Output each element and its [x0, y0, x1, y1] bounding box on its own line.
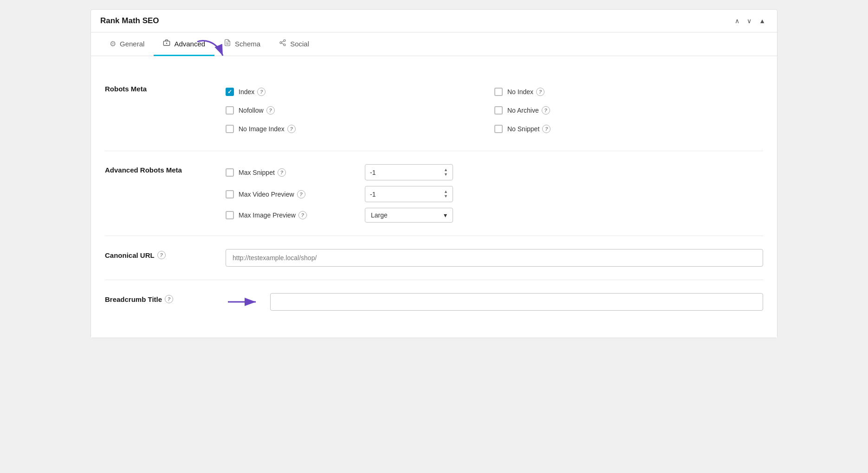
tab-bar: ⚙ General Advanced: [91, 32, 777, 56]
robots-grid: Index ? Nofollow ?: [226, 83, 763, 138]
tab-advanced-label: Advanced: [174, 40, 205, 48]
help-no-snippet-icon[interactable]: ?: [542, 125, 551, 133]
panel-content: Robots Meta Index ?: [91, 56, 777, 338]
tab-schema-label: Schema: [235, 40, 260, 48]
advanced-row-left-max-snippet: Max Snippet ?: [226, 168, 356, 177]
gear-icon: ⚙: [110, 39, 116, 48]
max-video-down[interactable]: ▼: [444, 194, 448, 198]
expand-button[interactable]: ▲: [757, 16, 768, 26]
help-nofollow-icon[interactable]: ?: [266, 106, 275, 115]
svg-point-6: [284, 39, 285, 41]
panel-header: Rank Math SEO ∧ ∨ ▲: [91, 10, 777, 32]
checkbox-row-no-snippet: No Snippet ?: [494, 120, 763, 138]
robots-left-col: Index ? Nofollow ?: [226, 83, 494, 138]
tab-advanced[interactable]: Advanced: [154, 32, 214, 56]
tab-schema[interactable]: Schema: [214, 32, 270, 56]
label-no-snippet: No Snippet ?: [507, 125, 551, 133]
checkbox-index[interactable]: [226, 88, 234, 96]
max-video-preview-spinners: ▲ ▼: [444, 190, 448, 198]
panel-controls: ∧ ∨ ▲: [732, 16, 768, 26]
breadcrumb-title-section: Breadcrumb Title ?: [105, 280, 763, 324]
help-no-image-index-icon[interactable]: ?: [287, 125, 296, 133]
svg-point-8: [284, 44, 285, 46]
advanced-row-left-max-video: Max Video Preview ?: [226, 190, 356, 198]
breadcrumb-title-input[interactable]: [270, 293, 763, 311]
advanced-robots-meta-label: Advanced Robots Meta: [105, 164, 226, 174]
checkbox-max-image-preview[interactable]: [226, 211, 234, 219]
label-max-video-preview: Max Video Preview ?: [239, 190, 305, 198]
svg-point-7: [280, 42, 282, 44]
checkbox-no-snippet[interactable]: [494, 125, 503, 133]
toolbox-icon: [163, 39, 170, 48]
advanced-row-max-image-preview: Max Image Preview ? Large ▾: [226, 208, 763, 223]
help-breadcrumb-title-icon[interactable]: ?: [165, 295, 173, 303]
help-canonical-url-icon[interactable]: ?: [157, 251, 166, 259]
chevron-down-icon: ▾: [444, 211, 447, 219]
checkbox-nofollow[interactable]: [226, 106, 234, 115]
help-max-image-preview-icon[interactable]: ?: [298, 211, 307, 219]
tab-social-label: Social: [290, 40, 309, 48]
max-snippet-input[interactable]: -1 ▲ ▼: [365, 164, 453, 180]
advanced-row-max-snippet: Max Snippet ? -1 ▲ ▼: [226, 164, 763, 180]
checkbox-row-index: Index ?: [226, 83, 494, 101]
robots-meta-label: Robots Meta: [105, 83, 226, 93]
canonical-url-section: Canonical URL ?: [105, 236, 763, 280]
max-image-preview-select[interactable]: Large ▾: [365, 208, 453, 223]
label-index: Index ?: [239, 88, 266, 96]
checkbox-row-no-archive: No Archive ?: [494, 102, 763, 119]
collapse-down-button[interactable]: ∨: [745, 16, 754, 26]
help-index-icon[interactable]: ?: [257, 88, 266, 96]
max-video-up[interactable]: ▲: [444, 190, 448, 194]
checkbox-max-video-preview[interactable]: [226, 190, 234, 198]
breadcrumb-title-content[interactable]: [226, 293, 763, 311]
label-no-archive: No Archive ?: [507, 106, 550, 115]
checkbox-row-no-image-index: No Image Index ?: [226, 120, 494, 138]
canonical-url-content: [226, 249, 763, 267]
rank-math-panel: Rank Math SEO ∧ ∨ ▲ ⚙ General: [91, 9, 777, 338]
checkbox-max-snippet[interactable]: [226, 168, 234, 177]
robots-meta-content: Index ? Nofollow ?: [226, 83, 763, 138]
advanced-row-left-max-image: Max Image Preview ?: [226, 211, 356, 219]
max-snippet-down[interactable]: ▼: [444, 173, 448, 177]
label-no-index: No Index ?: [507, 88, 544, 96]
tab-general[interactable]: ⚙ General: [100, 33, 154, 56]
advanced-robots-meta-section: Advanced Robots Meta Max Snippet ?: [105, 151, 763, 236]
tab-social[interactable]: Social: [270, 32, 318, 56]
canonical-url-label: Canonical URL ?: [105, 249, 226, 259]
social-icon: [279, 39, 286, 48]
advanced-robots-grid: Max Snippet ? -1 ▲ ▼: [226, 164, 763, 223]
label-max-snippet: Max Snippet ?: [239, 168, 286, 177]
max-snippet-spinners: ▲ ▼: [444, 168, 448, 177]
collapse-up-button[interactable]: ∧: [732, 16, 742, 26]
max-snippet-up[interactable]: ▲: [444, 168, 448, 172]
help-max-video-preview-icon[interactable]: ?: [297, 190, 305, 198]
label-nofollow: Nofollow ?: [239, 106, 275, 115]
checkbox-no-index[interactable]: [494, 88, 503, 96]
robots-right-col: No Index ? No Archive ?: [494, 83, 763, 138]
panel-title: Rank Math SEO: [100, 16, 159, 26]
help-no-index-icon[interactable]: ?: [536, 88, 544, 96]
label-max-image-preview: Max Image Preview ?: [239, 211, 307, 219]
label-no-image-index: No Image Index ?: [239, 125, 296, 133]
checkbox-no-image-index[interactable]: [226, 125, 234, 133]
advanced-row-max-video-preview: Max Video Preview ? -1 ▲ ▼: [226, 186, 763, 202]
checkbox-no-archive[interactable]: [494, 106, 503, 115]
svg-line-9: [282, 43, 284, 45]
breadcrumb-title-label: Breadcrumb Title ?: [105, 293, 226, 303]
robots-meta-section: Robots Meta Index ?: [105, 70, 763, 151]
tab-general-label: General: [120, 40, 144, 48]
help-max-snippet-icon[interactable]: ?: [278, 168, 286, 177]
help-no-archive-icon[interactable]: ?: [542, 106, 550, 115]
canonical-url-input[interactable]: [226, 249, 763, 267]
advanced-robots-meta-content: Max Snippet ? -1 ▲ ▼: [226, 164, 763, 223]
svg-line-10: [282, 41, 284, 42]
checkbox-row-no-index: No Index ?: [494, 83, 763, 101]
checkbox-row-nofollow: Nofollow ?: [226, 102, 494, 119]
schema-icon: [224, 39, 231, 48]
max-video-preview-input[interactable]: -1 ▲ ▼: [365, 186, 453, 202]
